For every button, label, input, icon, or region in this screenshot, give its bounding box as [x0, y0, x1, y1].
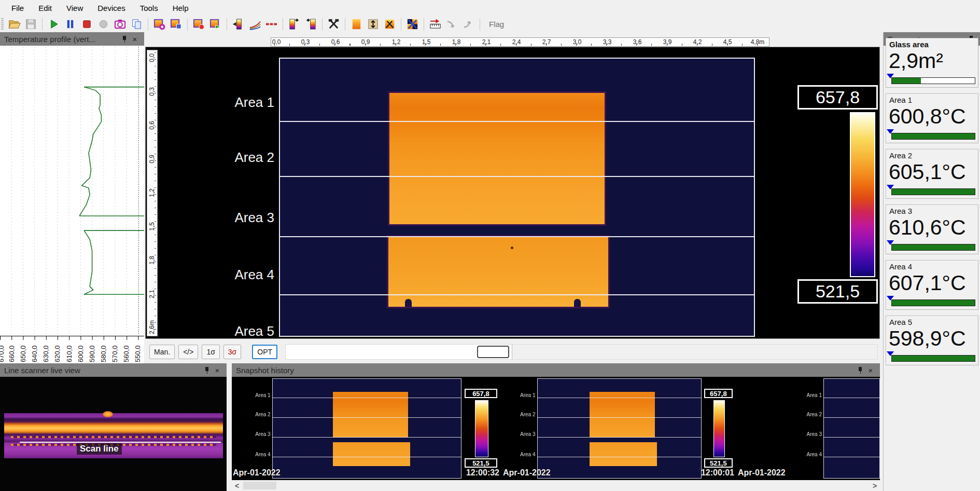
snapshot-window-button[interactable]: [152, 17, 167, 32]
menu-tools[interactable]: Tools: [134, 2, 164, 15]
copy-icon: [130, 18, 143, 31]
save-button[interactable]: [23, 17, 38, 32]
glass-sheet-1: [590, 392, 655, 438]
area-4-card: Area 4 607,1°C: [886, 260, 978, 310]
band-divider: [272, 417, 461, 418]
scale-control-bar: Man. </> 1σ 3σ OPT: [145, 340, 880, 363]
position-slider-track[interactable]: [285, 344, 878, 360]
snap-area-label: Area 4: [520, 452, 535, 457]
pin-icon[interactable]: [202, 365, 212, 375]
scroll-right-arrow[interactable]: >: [870, 481, 880, 490]
gray-arrow-up-icon: [462, 18, 475, 31]
menu-devices[interactable]: Devices: [91, 2, 131, 15]
tools-color-icon: [383, 18, 396, 31]
ruler-label: 1,5: [422, 38, 431, 46]
ruler-label: 1,2: [392, 38, 401, 46]
close-icon[interactable]: ×: [865, 365, 876, 375]
minmax-scale-button[interactable]: </>: [178, 345, 198, 359]
manual-scale-button[interactable]: Man.: [149, 345, 175, 359]
export-window-button[interactable]: [208, 17, 223, 32]
export-report-button[interactable]: [444, 17, 459, 32]
ruler-label: 4,2: [693, 38, 702, 46]
snap-area-label: Area 1: [807, 392, 822, 398]
axis-tick-label: 670,0: [0, 342, 5, 362]
band-divider: [272, 457, 461, 457]
window-export-icon: [209, 18, 222, 31]
menu-file[interactable]: File: [5, 2, 30, 15]
snapshot-date: Apr-01-2022: [503, 468, 551, 478]
area-settings-button[interactable]: [382, 17, 397, 32]
measure-button[interactable]: [428, 17, 443, 32]
glass-sheet-1: [333, 392, 408, 438]
scrollbar-thumb[interactable]: [243, 482, 276, 489]
area-4-label: Area 4: [212, 267, 274, 283]
scroll-left-arrow[interactable]: <: [232, 481, 242, 490]
card-label: Area 1: [889, 96, 912, 104]
thermal-main-view[interactable]: 0,0 0,3 0,6 0,9 1,2 1,5 1,8 2,1 2,6m Are…: [145, 47, 880, 339]
pause-icon: [64, 18, 77, 31]
menu-view[interactable]: View: [60, 2, 89, 15]
snapshot-button[interactable]: [113, 17, 128, 32]
card-label: Area 3: [889, 207, 912, 215]
scale-shift-right-button[interactable]: [287, 17, 302, 32]
window-save-icon: [170, 18, 183, 31]
snapshot-scrollbar[interactable]: < >: [232, 480, 880, 491]
span-button[interactable]: [366, 17, 381, 32]
start-button[interactable]: [46, 17, 61, 32]
card-label: Area 4: [889, 262, 912, 271]
snapshot-item[interactable]: Area 1 Area 2 Area 3 Area 4 Apr-01-2022: [737, 378, 880, 479]
open-file-button[interactable]: [7, 17, 22, 32]
threshold-button[interactable]: [264, 17, 279, 32]
save-icon: [24, 18, 37, 31]
scale-shift-left-button[interactable]: [303, 17, 318, 32]
line-scanner-image: Scan line: [0, 377, 227, 491]
area-5-card: Area 5 598,9°C: [886, 316, 978, 365]
toolbar-grip[interactable]: [1, 18, 4, 31]
glass-sheet-2: [590, 442, 656, 466]
flag-button[interactable]: Flag: [484, 18, 509, 30]
snapshot-thermal-image: [537, 378, 702, 479]
menu-bar: File Edit View Devices Tools Help: [0, 0, 980, 16]
close-icon[interactable]: ×: [212, 365, 222, 375]
ruler-label: 1,5: [148, 222, 156, 231]
snapshot-margin: Area 1 Area 2 Area 3 Area 4: [502, 378, 537, 479]
profiles-button[interactable]: [247, 17, 262, 32]
mosaic-button[interactable]: [405, 17, 420, 32]
band-divider: [823, 437, 880, 438]
snap-area-label: Area 3: [807, 431, 822, 437]
ruler-label: 0,6: [331, 38, 340, 46]
palette-button[interactable]: [231, 17, 246, 32]
save-snapshot-button[interactable]: [169, 17, 184, 32]
snapshot-history-title: Snapshot history: [236, 366, 294, 375]
colorbar-gradient: [475, 400, 488, 457]
card-bar: [891, 133, 975, 140]
sigma1-button[interactable]: 1σ: [202, 345, 219, 359]
glass-notch: [574, 299, 581, 307]
ruler-label: 0,6: [148, 121, 156, 130]
menu-edit[interactable]: Edit: [32, 2, 58, 15]
record-window-button[interactable]: [191, 17, 206, 32]
close-icon[interactable]: ×: [130, 34, 140, 44]
record-button[interactable]: [96, 17, 111, 32]
area-3-card: Area 3 610,6°C: [886, 204, 978, 254]
sigma3-button[interactable]: 3σ: [223, 345, 241, 359]
dash-texture: [11, 436, 217, 438]
snapshot-item[interactable]: Area 1 Area 2 Area 3 Area 4 657,8 521: [502, 378, 735, 479]
copy-button[interactable]: [129, 17, 144, 32]
glass-area-card: Glass area 2,9m²: [886, 38, 978, 88]
band-divider: [537, 398, 702, 398]
import-report-button[interactable]: [461, 17, 476, 32]
snapshot-item[interactable]: Area 1 Area 2 Area 3 Area 4 657,8 521: [232, 378, 500, 479]
opt-button[interactable]: OPT: [252, 345, 277, 359]
scan-line-label: Scan line: [77, 443, 122, 455]
pause-button[interactable]: [63, 17, 78, 32]
menu-help[interactable]: Help: [166, 2, 195, 15]
snapshot-thermal-image: [823, 378, 880, 479]
pin-icon[interactable]: [855, 365, 865, 375]
stop-button[interactable]: [79, 17, 94, 32]
pin-icon[interactable]: [119, 34, 130, 44]
slider-thumb[interactable]: [477, 346, 509, 358]
band-divider: [537, 417, 702, 418]
hot-area-button[interactable]: [349, 17, 364, 32]
settings-button[interactable]: [326, 17, 341, 32]
